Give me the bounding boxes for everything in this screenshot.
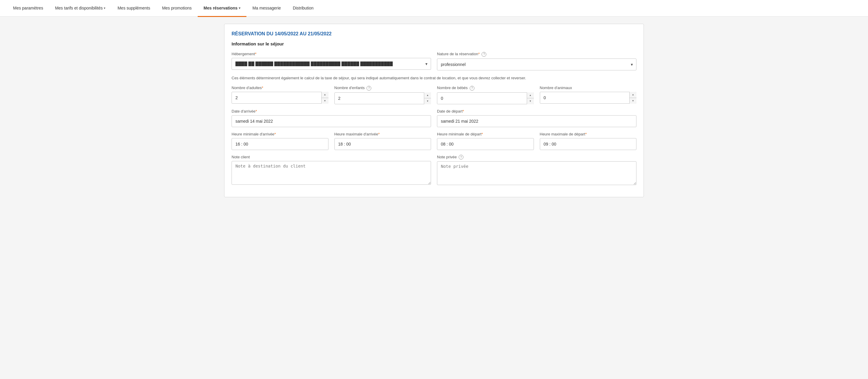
section-title: Information sur le séjour (231, 41, 637, 46)
nav-label-supplements: Mes suppléments (117, 6, 150, 10)
note-privee-textarea[interactable] (437, 161, 637, 185)
enfants-decrement[interactable]: ▼ (424, 98, 431, 104)
heure-min-depart-label: Heure minimale de départ* (437, 132, 534, 136)
date-arrivee-label: Date d'arrivée* (231, 109, 431, 113)
animaux-increment[interactable]: ▲ (629, 92, 637, 98)
animaux-spinners: ▲ ▼ (629, 92, 637, 104)
adultes-spinners: ▲ ▼ (321, 92, 329, 104)
form-group-heure-min-arrivee: Heure minimale d'arrivée* (231, 132, 329, 150)
nav-label-messagerie: Ma messagerie (252, 6, 281, 10)
adultes-input[interactable] (231, 92, 329, 104)
form-group-nature: Nature de la réservation* ? professionne… (437, 52, 637, 70)
heure-max-depart-input[interactable] (540, 138, 637, 150)
adultes-increment[interactable]: ▲ (322, 92, 329, 98)
form-group-note-privee: Note privée ? (437, 155, 637, 185)
nav-item-tarifs[interactable]: Mes tarifs et disponibilités ▾ (49, 0, 112, 17)
enfants-help-icon[interactable]: ? (367, 86, 371, 91)
adultes-label: Nombre d'adultes* (231, 85, 329, 90)
form-row-notes: Note client Note privée ? (231, 155, 637, 185)
enfants-input-wrapper: ▲ ▼ (334, 92, 431, 104)
nav-label-parametres: Mes paramètres (13, 6, 43, 10)
hebergement-select-wrapper: ████ ██ ██████ ████████████ ██████████ █… (231, 58, 431, 70)
chevron-down-icon: ▾ (104, 6, 105, 10)
bebes-spinners: ▲ ▼ (527, 92, 534, 104)
note-client-label: Note client (231, 155, 431, 159)
form-group-bebes: Nombre de bébés ? ▲ ▼ (437, 85, 534, 104)
heure-max-arrivee-input[interactable] (334, 138, 431, 150)
heure-min-depart-input[interactable] (437, 138, 534, 150)
heure-min-arrivee-input[interactable] (231, 138, 329, 150)
nav-label-tarifs: Mes tarifs et disponibilités (55, 6, 102, 10)
bebes-input-wrapper: ▲ ▼ (437, 92, 534, 104)
adultes-input-wrapper: ▲ ▼ (231, 92, 329, 104)
adultes-decrement[interactable]: ▼ (322, 98, 329, 104)
animaux-input[interactable] (540, 92, 637, 104)
date-arrivee-input[interactable] (231, 115, 431, 127)
enfants-input[interactable] (334, 92, 431, 104)
navigation-bar: Mes paramètres Mes tarifs et disponibili… (0, 0, 868, 16)
bebes-input[interactable] (437, 92, 534, 104)
animaux-input-wrapper: ▲ ▼ (540, 92, 637, 104)
nav-label-reservations: Mes réservations (204, 6, 238, 10)
nav-item-promotions[interactable]: Mes promotions (156, 0, 198, 17)
page-content: RÉSERVATION DU 14/05/2022 AU 21/05/2022 … (217, 16, 651, 204)
hebergement-label: Hébergement* (231, 52, 431, 56)
nature-help-icon[interactable]: ? (482, 52, 486, 57)
info-text: Ces éléments détermineront également le … (231, 75, 637, 81)
form-group-note-client: Note client (231, 155, 431, 185)
date-depart-label: Date de départ* (437, 109, 637, 113)
nav-item-parametres[interactable]: Mes paramètres (7, 0, 49, 17)
animaux-decrement[interactable]: ▼ (629, 98, 637, 104)
reservation-card: RÉSERVATION DU 14/05/2022 AU 21/05/2022 … (224, 24, 644, 197)
form-row-dates: Date d'arrivée* Date de départ* (231, 109, 637, 127)
note-privee-label: Note privée ? (437, 155, 637, 160)
nature-label: Nature de la réservation* ? (437, 52, 637, 57)
nav-item-messagerie[interactable]: Ma messagerie (246, 0, 287, 17)
heure-min-arrivee-label: Heure minimale d'arrivée* (231, 132, 329, 136)
nature-select[interactable]: professionnel personnel autre (437, 59, 637, 70)
form-row-heures: Heure minimale d'arrivée* Heure maximale… (231, 132, 637, 150)
form-group-heure-max-arrivee: Heure maximale d'arrivée* (334, 132, 431, 150)
bebes-help-icon[interactable]: ? (470, 86, 474, 91)
form-group-date-arrivee: Date d'arrivée* (231, 109, 431, 127)
heure-max-arrivee-label: Heure maximale d'arrivée* (334, 132, 431, 136)
form-row-hebergement: Hébergement* ████ ██ ██████ ████████████… (231, 52, 637, 70)
date-depart-input[interactable] (437, 115, 637, 127)
nav-item-reservations[interactable]: Mes réservations ▾ (198, 0, 246, 17)
bebes-increment[interactable]: ▲ (527, 92, 534, 99)
form-group-date-depart: Date de départ* (437, 109, 637, 127)
form-group-enfants: Nombre d'enfants ? ▲ ▼ (334, 85, 431, 104)
enfants-label: Nombre d'enfants ? (334, 85, 431, 91)
bebes-label: Nombre de bébés ? (437, 85, 534, 91)
form-group-animaux: Nombre d'animaux ▲ ▼ (540, 85, 637, 104)
nature-select-wrapper: professionnel personnel autre (437, 59, 637, 70)
nav-label-promotions: Mes promotions (162, 6, 192, 10)
form-group-adultes: Nombre d'adultes* ▲ ▼ (231, 85, 329, 104)
note-privee-help-icon[interactable]: ? (459, 155, 463, 160)
form-group-hebergement: Hébergement* ████ ██ ██████ ████████████… (231, 52, 431, 70)
form-row-counts: Nombre d'adultes* ▲ ▼ Nombre d'enfants ? (231, 85, 637, 104)
form-group-heure-max-depart: Heure maximale de départ* (540, 132, 637, 150)
enfants-increment[interactable]: ▲ (424, 92, 431, 99)
form-group-heure-min-depart: Heure minimale de départ* (437, 132, 534, 150)
enfants-spinners: ▲ ▼ (424, 92, 431, 104)
heure-max-depart-label: Heure maximale de départ* (540, 132, 637, 136)
nav-item-supplements[interactable]: Mes suppléments (112, 0, 156, 17)
animaux-label: Nombre d'animaux (540, 85, 637, 90)
chevron-down-icon-reservations: ▾ (239, 6, 241, 10)
hebergement-select[interactable]: ████ ██ ██████ ████████████ ██████████ █… (231, 58, 431, 70)
nav-item-distribution[interactable]: Distribution (287, 0, 319, 17)
nav-label-distribution: Distribution (293, 6, 314, 10)
note-client-textarea[interactable] (231, 161, 431, 185)
reservation-title: RÉSERVATION DU 14/05/2022 AU 21/05/2022 (231, 31, 637, 37)
bebes-decrement[interactable]: ▼ (527, 98, 534, 104)
